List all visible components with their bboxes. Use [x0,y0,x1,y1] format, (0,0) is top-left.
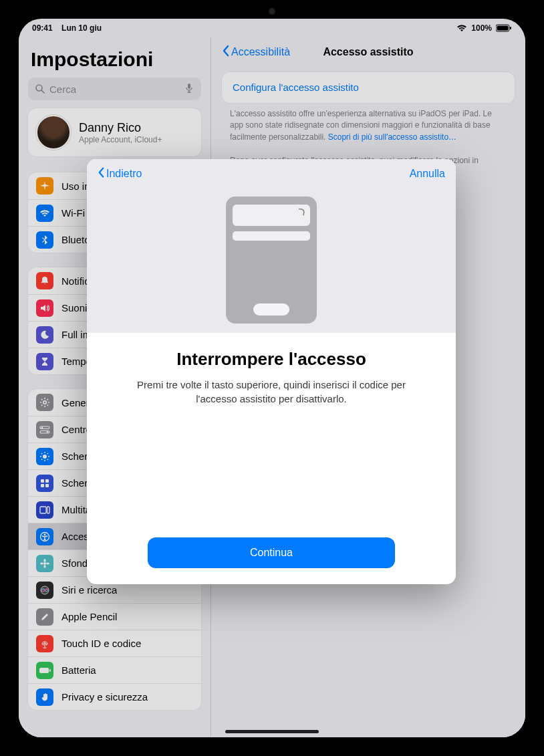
chevron-left-icon [98,166,105,181]
sheet-back-button[interactable]: Indietro [98,166,142,181]
sheet-nav: Indietro Annulla [87,159,456,188]
sheet-cancel-button[interactable]: Annulla [410,168,445,180]
continue-button[interactable]: Continua [148,537,395,568]
sheet-heading: Interrompere l'accesso [114,349,429,370]
sheet-body-text: Premi tre volte il tasto superiore, quin… [131,378,412,406]
screen: 09:41 Lun 10 giu 100% Impostazioni [19,19,525,737]
sheet-back-label: Indietro [106,168,142,180]
ipad-device-frame: 09:41 Lun 10 giu 100% Impostazioni [0,0,544,756]
front-camera [269,8,275,15]
illus-line [233,231,310,241]
sheet-body: Interrompere l'accesso Premi tre volte i… [87,333,456,584]
illus-home-bar [253,303,289,316]
modal-sheet: Indietro Annulla Interrompere l'accesso … [87,159,456,584]
illustration-device [226,197,317,324]
sheet-illustration-area: Indietro Annulla [87,159,456,333]
illus-top-bar [233,205,310,226]
home-indicator[interactable] [225,730,319,733]
